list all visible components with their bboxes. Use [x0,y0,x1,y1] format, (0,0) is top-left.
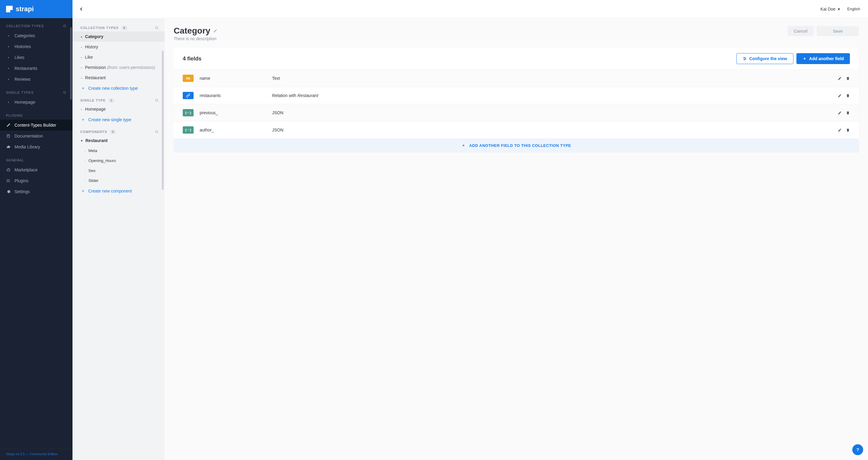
search-icon[interactable] [155,26,159,30]
svg-point-21 [744,57,744,58]
sidebar-item-marketplace[interactable]: Marketplace [0,165,72,175]
bullet-icon [81,75,82,80]
cancel-button[interactable]: Cancel [788,26,814,36]
cloud-icon [6,145,11,149]
panel-component-slider[interactable]: Slider [72,176,164,185]
pencil-icon[interactable] [838,111,842,115]
panel-section-collection-types: COLLECTION TYPES 8 [72,21,164,31]
panel-scrollbar[interactable] [162,51,164,190]
plus-icon: ＋ [81,188,85,194]
json-field-icon: {⋯} [183,126,194,134]
help-button[interactable]: ? [852,444,863,455]
panel-item-category[interactable]: Category [72,31,164,42]
sidebar-item-plugins[interactable]: Plugins [0,175,72,186]
search-icon[interactable] [63,91,66,94]
json-field-icon: {⋯} [183,109,194,116]
text-field-icon: Ab [183,75,194,82]
sidebar-item-homepage[interactable]: Homepage [0,97,72,108]
sidebar-item-likes[interactable]: Likes [0,52,72,63]
brand-logo[interactable]: strapi [0,0,72,18]
user-menu[interactable]: Kai Doe ▾ [820,7,840,11]
bullet-icon [6,100,11,104]
field-row-restaurants: restaurants Relation with Restaurant [174,87,859,104]
bullet-icon [6,45,11,48]
sidebar-item-histories[interactable]: Histories [0,41,72,52]
plus-icon: ＋ [81,86,85,91]
svg-point-11 [7,182,7,182]
bullet-icon [85,159,86,163]
svg-line-15 [157,101,158,102]
panel-component-meta[interactable]: Meta [72,146,164,156]
sidebar-item-content-types-builder[interactable]: Content-Types Builder [0,120,72,131]
panel-body: COLLECTION TYPES 8 Category History Like… [72,18,164,460]
page-title: Category [174,26,210,36]
field-row-previous: {⋯} previous_ JSON [174,104,859,121]
field-name-label: restaurants [199,93,272,98]
sidebar-item-documentation[interactable]: Documentation [0,131,72,141]
bullet-icon [85,148,86,153]
trash-icon[interactable] [846,111,850,115]
sidebar-left-scrollbar[interactable] [70,27,72,100]
panel-item-history[interactable]: History [72,42,164,52]
add-field-row-button[interactable]: ＋ ADD ANOTHER FIELD TO THIS COLLECTION T… [174,138,859,152]
panel-item-homepage[interactable]: Homepage [72,104,164,114]
search-icon[interactable] [155,130,159,134]
sidebar-item-reviews[interactable]: Reviews [0,74,72,85]
save-button[interactable]: Save [817,26,859,36]
language-selector[interactable]: English [847,7,860,11]
create-single-type-button[interactable]: ＋Create new single type [72,114,164,125]
field-type-label: Relation with Restaurant [272,93,838,98]
create-component-button[interactable]: ＋Create new component [72,185,164,197]
svg-point-22 [745,58,746,59]
panel-group-restaurant[interactable]: ▾Restaurant [72,135,164,146]
strapi-logo-icon [6,6,13,12]
panel-item-like[interactable]: Like [72,52,164,62]
add-field-button[interactable]: ＋ Add another field [797,53,850,64]
panel-section-components: COMPONENTS 5 [72,125,164,135]
sidebar-section-single-types: SINGLE TYPES [0,85,72,97]
panel-item-restaurant[interactable]: Restaurant [72,73,164,83]
sidebar-item-media-library[interactable]: Media Library [0,141,72,152]
sidebar-item-settings[interactable]: Settings [0,186,72,197]
relation-field-icon [183,92,194,99]
plus-icon: ＋ [81,117,85,122]
search-icon[interactable] [63,24,66,28]
bullet-icon [81,34,82,39]
panel-component-seo[interactable]: Seo [72,166,164,176]
create-collection-type-button[interactable]: ＋Create new collection type [72,83,164,94]
panel-topbar [72,0,164,18]
sidebar-footer-version: Strapi v3.2.5 — Community Edition [0,449,72,460]
panel-item-permission[interactable]: Permission (from: users-permissions) [72,62,164,73]
bullet-icon [81,107,82,112]
pencil-icon[interactable] [213,29,217,33]
main-content: Kai Doe ▾ English Category There is no d… [164,0,868,460]
configure-view-button[interactable]: Configure the view [736,53,794,64]
trash-icon[interactable] [846,128,850,132]
pencil-icon[interactable] [838,128,842,132]
bullet-icon [81,65,82,70]
panel-component-opening-hours[interactable]: Opening_Hours [72,156,164,166]
bullet-icon [81,55,82,60]
pencil-icon[interactable] [838,77,842,80]
plus-icon: ＋ [462,143,466,148]
count-badge: 5 [110,130,116,134]
trash-icon[interactable] [846,94,850,97]
field-type-label: JSON [272,110,838,115]
brush-icon [6,123,11,127]
book-icon [6,134,11,138]
search-icon[interactable] [155,98,159,102]
count-badge: 8 [122,26,127,30]
bullet-icon [6,78,11,81]
plus-icon: ＋ [803,56,807,61]
field-type-label: JSON [272,127,838,133]
bullet-icon [6,56,11,59]
back-chevron-icon[interactable] [79,6,84,12]
pencil-icon[interactable] [838,94,842,97]
sidebar-item-categories[interactable]: Categories [0,30,72,41]
svg-point-12 [156,27,158,29]
field-name-label: previous_ [199,110,272,115]
sidebar-item-restaurants[interactable]: Restaurants [0,63,72,74]
page-header: Category There is no description Cancel … [174,26,859,41]
svg-point-9 [7,179,7,180]
trash-icon[interactable] [846,77,850,80]
